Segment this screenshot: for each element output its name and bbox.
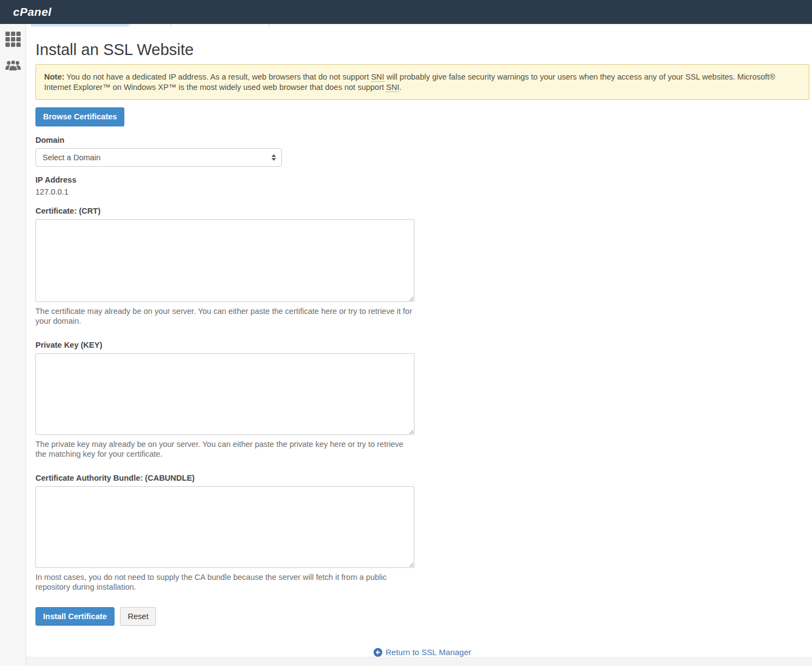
form-actions: Install Certificate Reset (35, 607, 809, 626)
ip-address-value: 127.0.0.1 (35, 187, 809, 196)
install-certificate-button[interactable]: Install Certificate (35, 607, 115, 626)
content-area: Install an SSL Website Note: You do not … (26, 27, 812, 666)
certificate-textarea[interactable] (35, 219, 414, 302)
footer-strip (26, 657, 812, 666)
note-label: Note: (44, 72, 64, 81)
return-link-label: Return to SSL Manager (386, 647, 471, 657)
return-to-ssl-manager-link[interactable]: Return to SSL Manager (374, 647, 471, 657)
note-text: You do not have a dedicated IP address. … (64, 72, 371, 81)
icon-sidebar (0, 24, 26, 666)
cpanel-logo[interactable]: cPanel (13, 0, 52, 24)
certificate-help-text: The certificate may already be on your s… (35, 306, 413, 326)
page-title: Install an SSL Website (35, 41, 809, 59)
ip-address-group: IP Address 127.0.0.1 (35, 175, 809, 196)
sni-term[interactable]: SNI (371, 72, 384, 82)
back-circle-arrow-icon (374, 648, 382, 657)
private-key-help-text: The private key may already be on your s… (35, 439, 413, 459)
domain-label: Domain (35, 136, 809, 144)
sni-warning-note: Note: You do not have a dedicated IP add… (35, 64, 809, 100)
private-key-label: Private Key (KEY) (35, 341, 809, 349)
note-text: . (399, 83, 401, 92)
browse-certificates-button[interactable]: Browse Certificates (35, 107, 124, 126)
reset-button[interactable]: Reset (120, 607, 156, 626)
ca-bundle-group: Certificate Authority Bundle: (CABUNDLE)… (35, 474, 809, 592)
select-stepper-icon (272, 154, 276, 161)
domain-select-value: Select a Domain (36, 149, 281, 166)
top-navbar: cPanel (0, 0, 812, 24)
ca-bundle-help-text: In most cases, you do not need to supply… (35, 572, 413, 592)
apps-grid-icon[interactable] (5, 32, 21, 47)
domain-group: Domain Select a Domain (35, 136, 809, 167)
private-key-group: Private Key (KEY) The private key may al… (35, 341, 809, 459)
certificate-label: Certificate: (CRT) (35, 207, 809, 215)
user-groups-icon[interactable] (5, 59, 21, 75)
private-key-textarea[interactable] (35, 353, 414, 435)
certificate-group: Certificate: (CRT) The certificate may a… (35, 207, 809, 326)
ca-bundle-label: Certificate Authority Bundle: (CABUNDLE) (35, 474, 809, 482)
domain-select[interactable]: Select a Domain (35, 148, 282, 167)
ca-bundle-textarea[interactable] (35, 486, 414, 568)
ip-address-label: IP Address (35, 175, 809, 184)
sni-term[interactable]: SNI (386, 83, 399, 92)
